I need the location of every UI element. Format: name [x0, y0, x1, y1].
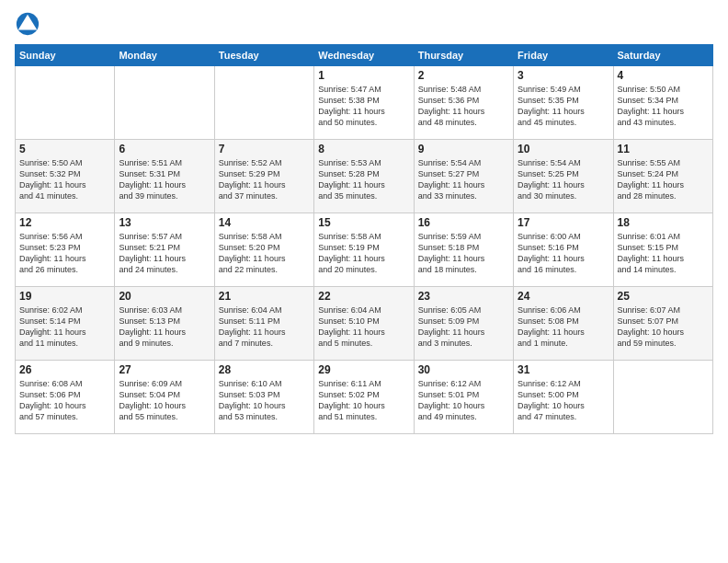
- calendar-cell: 27Sunrise: 6:09 AM Sunset: 5:04 PM Dayli…: [115, 361, 214, 434]
- day-number: 24: [518, 290, 609, 303]
- calendar-cell: 28Sunrise: 6:10 AM Sunset: 5:03 PM Dayli…: [214, 361, 313, 434]
- calendar-week-1: 5Sunrise: 5:50 AM Sunset: 5:32 PM Daylig…: [16, 140, 713, 213]
- calendar-cell: 2Sunrise: 5:48 AM Sunset: 5:36 PM Daylig…: [414, 66, 513, 140]
- cell-content: Sunrise: 5:50 AM Sunset: 5:32 PM Dayligh…: [19, 157, 110, 202]
- cell-content: Sunrise: 6:05 AM Sunset: 5:09 PM Dayligh…: [418, 304, 509, 350]
- day-number: 18: [618, 216, 709, 229]
- day-number: 7: [219, 143, 310, 155]
- day-number: 19: [19, 290, 110, 303]
- cell-content: Sunrise: 5:50 AM Sunset: 5:34 PM Dayligh…: [618, 84, 709, 129]
- cell-content: Sunrise: 6:12 AM Sunset: 5:01 PM Dayligh…: [418, 378, 509, 423]
- header-cell-saturday: Saturday: [613, 45, 712, 66]
- calendar-cell: 21Sunrise: 6:04 AM Sunset: 5:11 PM Dayli…: [214, 287, 313, 361]
- calendar-cell: 16Sunrise: 5:59 AM Sunset: 5:18 PM Dayli…: [414, 213, 513, 287]
- header-row: SundayMondayTuesdayWednesdayThursdayFrid…: [16, 45, 713, 66]
- day-number: 9: [418, 143, 509, 155]
- day-number: 5: [19, 143, 110, 155]
- cell-content: Sunrise: 6:00 AM Sunset: 5:16 PM Dayligh…: [518, 231, 609, 276]
- calendar-cell: 9Sunrise: 5:54 AM Sunset: 5:27 PM Daylig…: [414, 140, 513, 213]
- day-number: 22: [318, 290, 409, 303]
- cell-content: Sunrise: 5:58 AM Sunset: 5:19 PM Dayligh…: [318, 231, 409, 276]
- header-cell-tuesday: Tuesday: [214, 45, 313, 66]
- day-number: 3: [518, 69, 609, 82]
- day-number: 15: [318, 216, 409, 229]
- cell-content: Sunrise: 5:54 AM Sunset: 5:25 PM Dayligh…: [518, 157, 609, 202]
- day-number: 10: [518, 143, 609, 155]
- calendar-cell: 30Sunrise: 6:12 AM Sunset: 5:01 PM Dayli…: [414, 361, 513, 434]
- day-number: 20: [119, 290, 210, 303]
- calendar-cell: 24Sunrise: 6:06 AM Sunset: 5:08 PM Dayli…: [514, 287, 613, 361]
- cell-content: Sunrise: 5:53 AM Sunset: 5:28 PM Dayligh…: [318, 157, 409, 202]
- header-cell-friday: Friday: [514, 45, 613, 66]
- day-number: 16: [418, 216, 509, 229]
- calendar-cell: 11Sunrise: 5:55 AM Sunset: 5:24 PM Dayli…: [613, 140, 712, 213]
- day-number: 2: [418, 69, 509, 82]
- cell-content: Sunrise: 6:04 AM Sunset: 5:10 PM Dayligh…: [318, 304, 409, 350]
- day-number: 12: [19, 216, 110, 229]
- cell-content: Sunrise: 5:59 AM Sunset: 5:18 PM Dayligh…: [418, 231, 509, 276]
- calendar-cell: [115, 66, 214, 140]
- calendar-cell: [613, 361, 712, 434]
- calendar-week-2: 12Sunrise: 5:56 AM Sunset: 5:23 PM Dayli…: [16, 213, 713, 287]
- calendar-cell: 5Sunrise: 5:50 AM Sunset: 5:32 PM Daylig…: [16, 140, 115, 213]
- cell-content: Sunrise: 5:51 AM Sunset: 5:31 PM Dayligh…: [119, 157, 210, 202]
- calendar-cell: 18Sunrise: 6:01 AM Sunset: 5:15 PM Dayli…: [613, 213, 712, 287]
- day-number: 8: [318, 143, 409, 155]
- calendar-cell: 14Sunrise: 5:58 AM Sunset: 5:20 PM Dayli…: [214, 213, 313, 287]
- day-number: 30: [418, 363, 509, 376]
- header-cell-wednesday: Wednesday: [314, 45, 414, 66]
- header-cell-sunday: Sunday: [16, 45, 115, 66]
- calendar-cell: 15Sunrise: 5:58 AM Sunset: 5:19 PM Dayli…: [314, 213, 414, 287]
- calendar-week-3: 19Sunrise: 6:02 AM Sunset: 5:14 PM Dayli…: [16, 287, 713, 361]
- cell-content: Sunrise: 5:47 AM Sunset: 5:38 PM Dayligh…: [318, 84, 409, 129]
- calendar-cell: 31Sunrise: 6:12 AM Sunset: 5:00 PM Dayli…: [514, 361, 613, 434]
- calendar-cell: 29Sunrise: 6:11 AM Sunset: 5:02 PM Dayli…: [314, 361, 414, 434]
- calendar-cell: 1Sunrise: 5:47 AM Sunset: 5:38 PM Daylig…: [314, 66, 414, 140]
- header: [15, 11, 713, 37]
- calendar-cell: 8Sunrise: 5:53 AM Sunset: 5:28 PM Daylig…: [314, 140, 414, 213]
- calendar-week-0: 1Sunrise: 5:47 AM Sunset: 5:38 PM Daylig…: [16, 66, 713, 140]
- day-number: 25: [618, 290, 709, 303]
- cell-content: Sunrise: 6:06 AM Sunset: 5:08 PM Dayligh…: [518, 304, 609, 350]
- cell-content: Sunrise: 6:03 AM Sunset: 5:13 PM Dayligh…: [119, 304, 210, 350]
- page: SundayMondayTuesdayWednesdayThursdayFrid…: [0, 0, 728, 563]
- cell-content: Sunrise: 5:49 AM Sunset: 5:35 PM Dayligh…: [518, 84, 609, 129]
- cell-content: Sunrise: 6:10 AM Sunset: 5:03 PM Dayligh…: [219, 378, 310, 423]
- cell-content: Sunrise: 5:52 AM Sunset: 5:29 PM Dayligh…: [219, 157, 310, 202]
- calendar-cell: [214, 66, 313, 140]
- cell-content: Sunrise: 6:01 AM Sunset: 5:15 PM Dayligh…: [618, 231, 709, 276]
- cell-content: Sunrise: 6:07 AM Sunset: 5:07 PM Dayligh…: [618, 304, 709, 350]
- day-number: 29: [318, 363, 409, 376]
- day-number: 26: [19, 363, 110, 376]
- calendar-cell: 12Sunrise: 5:56 AM Sunset: 5:23 PM Dayli…: [16, 213, 115, 287]
- day-number: 27: [119, 363, 210, 376]
- calendar-cell: 3Sunrise: 5:49 AM Sunset: 5:35 PM Daylig…: [514, 66, 613, 140]
- calendar-cell: 17Sunrise: 6:00 AM Sunset: 5:16 PM Dayli…: [514, 213, 613, 287]
- calendar-cell: 13Sunrise: 5:57 AM Sunset: 5:21 PM Dayli…: [115, 213, 214, 287]
- calendar-body: 1Sunrise: 5:47 AM Sunset: 5:38 PM Daylig…: [16, 66, 713, 434]
- header-cell-thursday: Thursday: [414, 45, 513, 66]
- day-number: 4: [618, 69, 709, 82]
- calendar-week-4: 26Sunrise: 6:08 AM Sunset: 5:06 PM Dayli…: [16, 361, 713, 434]
- cell-content: Sunrise: 5:58 AM Sunset: 5:20 PM Dayligh…: [219, 231, 310, 276]
- cell-content: Sunrise: 6:11 AM Sunset: 5:02 PM Dayligh…: [318, 378, 409, 423]
- logo: [15, 11, 44, 37]
- day-number: 11: [618, 143, 709, 155]
- cell-content: Sunrise: 5:56 AM Sunset: 5:23 PM Dayligh…: [19, 231, 110, 276]
- calendar-header: SundayMondayTuesdayWednesdayThursdayFrid…: [16, 45, 713, 66]
- day-number: 28: [219, 363, 310, 376]
- calendar-cell: 26Sunrise: 6:08 AM Sunset: 5:06 PM Dayli…: [16, 361, 115, 434]
- calendar-cell: 19Sunrise: 6:02 AM Sunset: 5:14 PM Dayli…: [16, 287, 115, 361]
- calendar-cell: 10Sunrise: 5:54 AM Sunset: 5:25 PM Dayli…: [514, 140, 613, 213]
- cell-content: Sunrise: 6:02 AM Sunset: 5:14 PM Dayligh…: [19, 304, 110, 350]
- calendar-cell: 20Sunrise: 6:03 AM Sunset: 5:13 PM Dayli…: [115, 287, 214, 361]
- cell-content: Sunrise: 6:09 AM Sunset: 5:04 PM Dayligh…: [119, 378, 210, 423]
- cell-content: Sunrise: 5:54 AM Sunset: 5:27 PM Dayligh…: [418, 157, 509, 202]
- calendar-cell: 23Sunrise: 6:05 AM Sunset: 5:09 PM Dayli…: [414, 287, 513, 361]
- calendar-cell: 4Sunrise: 5:50 AM Sunset: 5:34 PM Daylig…: [613, 66, 712, 140]
- logo-icon: [15, 11, 40, 37]
- cell-content: Sunrise: 6:04 AM Sunset: 5:11 PM Dayligh…: [219, 304, 310, 350]
- day-number: 21: [219, 290, 310, 303]
- calendar-cell: 7Sunrise: 5:52 AM Sunset: 5:29 PM Daylig…: [214, 140, 313, 213]
- cell-content: Sunrise: 5:48 AM Sunset: 5:36 PM Dayligh…: [418, 84, 509, 129]
